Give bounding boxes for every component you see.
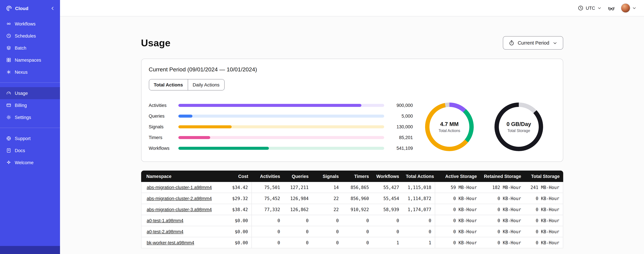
column-header-workflows: Workflows: [372, 170, 402, 182]
timezone-label: UTC: [586, 6, 595, 10]
table-cell: 55,427: [372, 182, 402, 193]
sidebar: Cloud Workflows Schedules: [0, 0, 60, 254]
table-cell: 0 KB-Hour: [435, 193, 480, 204]
sidebar-item-docs[interactable]: Docs: [0, 144, 60, 156]
namespace-cell: abs-migration-cluster-1.a98mm4: [141, 182, 218, 193]
table-cell: 0 KB-Hour: [435, 237, 480, 248]
namespace-link[interactable]: abs-migration-cluster-2.a98mm4: [147, 196, 212, 201]
sidebar-item-nexus[interactable]: Nexus: [0, 66, 60, 78]
bar-track: [178, 146, 384, 150]
column-header-active-storage: Active Storage: [435, 170, 480, 182]
topbar: UTC: [60, 0, 644, 16]
bar-label: Activities: [149, 103, 178, 108]
table-cell: 1,114,872: [402, 193, 435, 204]
namespace-link[interactable]: a0-test-2.a98mm4: [147, 229, 184, 234]
sidebar-item-welcome[interactable]: Welcome: [0, 156, 60, 168]
user-menu[interactable]: [621, 3, 636, 13]
table-cell: 0: [342, 226, 372, 237]
sidebar-item-label: Workflows: [15, 21, 36, 26]
bar-value: 85,201: [384, 135, 413, 140]
bar-track: [178, 114, 384, 118]
column-header-queries: Queries: [284, 170, 312, 182]
total-storage-donut: 0 GB/DayTotal Storage: [494, 102, 543, 151]
table-cell: 0 KB-Hour: [480, 215, 524, 226]
sidebar-collapse-button[interactable]: [50, 6, 55, 11]
namespace-link[interactable]: bk-worker-test.a98mm4: [147, 240, 194, 245]
brand: Cloud: [0, 0, 60, 16]
bar-fill: [178, 125, 232, 128]
bar-fill: [178, 136, 210, 139]
table-cell: $38.42: [218, 204, 252, 215]
column-header-retained-storage: Retained Storage: [480, 170, 524, 182]
bar-row: Timers85,201: [149, 132, 413, 143]
sidebar-item-batch[interactable]: Batch: [0, 42, 60, 54]
sidebar-item-support[interactable]: Support: [0, 132, 60, 144]
tab-daily-actions[interactable]: Daily Actions: [188, 80, 224, 90]
table-cell: $0.00: [218, 215, 252, 226]
table-cell: 75,452: [252, 193, 284, 204]
sidebar-item-billing[interactable]: Billing: [0, 99, 60, 111]
table-cell: 0: [312, 237, 342, 248]
namespace-link[interactable]: abs-migration-cluster-1.a98mm4: [147, 185, 212, 190]
period-selector-button[interactable]: Current Period: [503, 36, 563, 50]
bar-row: Activities900,000: [149, 100, 413, 110]
bar-fill: [178, 146, 269, 150]
glasses-icon[interactable]: [608, 4, 615, 12]
table-cell: 126,984: [284, 193, 312, 204]
table-cell: 0: [252, 226, 284, 237]
table-cell: 856,960: [342, 193, 372, 204]
table-row: a0-test-2.a98mm4$0.000000000 KB-Hour0 KB…: [141, 226, 563, 237]
namespace-link[interactable]: abs-migration-cluster-3.a98mm4: [147, 207, 212, 212]
docs-icon: [6, 148, 12, 153]
timezone-selector[interactable]: UTC: [578, 5, 602, 11]
bar-fill: [178, 114, 192, 118]
sidebar-item-label: Settings: [15, 115, 31, 120]
support-icon: [6, 136, 12, 141]
column-header-namespace: Namespace: [141, 170, 218, 182]
sidebar-item-settings[interactable]: Settings: [0, 111, 60, 123]
sidebar-item-label: Schedules: [15, 33, 36, 38]
table-row: a0-test-1.a98mm4$0.000000000 KB-Hour0 KB…: [141, 215, 563, 226]
column-header-total-storage: Total Storage: [524, 170, 563, 182]
table-cell: 22: [312, 204, 342, 215]
sidebar-item-label: Support: [15, 136, 31, 141]
sidebar-item-schedules[interactable]: Schedules: [0, 30, 60, 42]
bar-value: 130,000: [384, 124, 413, 129]
chevron-down-icon: [632, 6, 636, 10]
table-cell: 0 KB-Hour: [524, 204, 563, 215]
donut-center: 0 GB/DayTotal Storage: [499, 107, 539, 146]
table-cell: 55,454: [372, 193, 402, 204]
chevron-down-icon: [597, 6, 602, 10]
table-cell: 0: [342, 215, 372, 226]
tab-total-actions[interactable]: Total Actions: [149, 80, 188, 90]
table-cell: 126,862: [284, 204, 312, 215]
namespace-link[interactable]: a0-test-1.a98mm4: [147, 218, 184, 223]
bar-track: [178, 136, 384, 139]
sidebar-item-usage[interactable]: Usage: [0, 87, 60, 99]
column-header-activities: Activities: [252, 170, 284, 182]
usage-chart-row: Activities900,000Queries5,000Signals130,…: [149, 100, 555, 154]
table-cell: 77,332: [252, 204, 284, 215]
app-root: Cloud Workflows Schedules: [0, 0, 644, 254]
table-cell: 0 KB-Hour: [524, 215, 563, 226]
table-row: abs-migration-cluster-1.a98mm4$34.4275,5…: [141, 182, 563, 193]
bar-row: Signals130,000: [149, 121, 413, 132]
table-cell: 1,174,077: [402, 204, 435, 215]
schedules-icon: [6, 33, 12, 38]
sidebar-nav: Workflows Schedules Batch Namespaces: [0, 16, 60, 168]
donut-value: 0 GB/Day: [506, 121, 531, 127]
bar-label: Timers: [149, 135, 178, 140]
table-cell: 0: [252, 237, 284, 248]
bar-row: Workflows541,109: [149, 143, 413, 154]
usage-donuts: 4.7 MMTotal Actions0 GB/DayTotal Storage: [413, 102, 555, 151]
table-cell: 0 KB-Hour: [524, 226, 563, 237]
bar-row: Queries5,000: [149, 110, 413, 121]
sidebar-item-workflows[interactable]: Workflows: [0, 18, 60, 30]
billing-icon: [6, 102, 12, 108]
clock-icon: [578, 5, 584, 11]
table-cell: 0 KB-Hour: [480, 237, 524, 248]
nexus-icon: [6, 69, 12, 75]
sidebar-item-namespaces[interactable]: Namespaces: [0, 54, 60, 66]
main-area: UTC Usage Current Period: [60, 0, 644, 254]
column-header-signals: Signals: [312, 170, 342, 182]
